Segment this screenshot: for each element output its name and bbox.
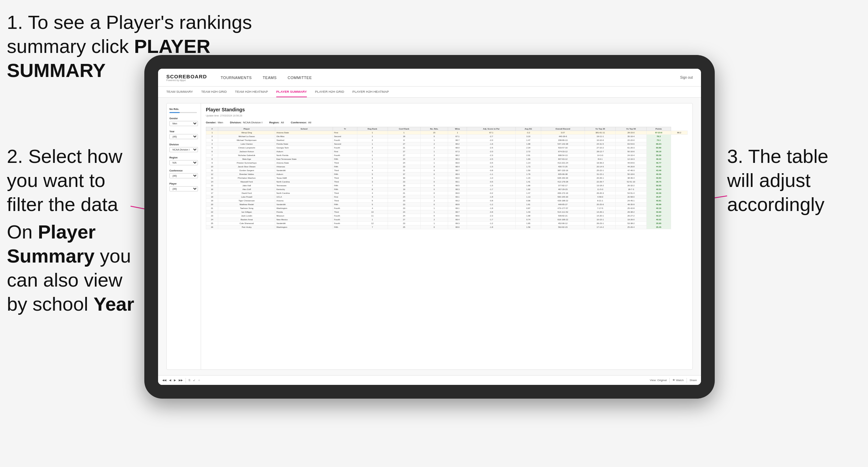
toolbar-refresh[interactable]: ○ [198,379,200,382]
table-row[interactable]: 9Preston SummerhaysArizona StateThird124… [206,161,688,165]
toolbar-view-original[interactable]: View: Original [650,379,667,382]
table-row[interactable]: 11Gordon SargentVanderbiltThird421068.7-… [206,169,688,173]
sign-out-link[interactable]: Sign out [680,76,693,79]
table-row[interactable]: 13Phichaksn MaichonTexas A&MThird630169.… [206,176,688,180]
col-adj-score: Adj. Score to Par [467,127,516,131]
toolbar-share[interactable]: Share [690,379,697,382]
cell-9-11: 20-14-5 [585,165,616,169]
cell-15-3: Fifth [333,188,357,191]
cell-23-11: 10-15-1 [585,218,616,222]
table-row[interactable]: 23Jack LundinMissouriFourth1124068.6-2.3… [206,214,688,218]
cell-24-1: Cole Sherwood [218,222,275,225]
cell-12-0: 13 [206,176,218,180]
toolbar-next[interactable]: ▶ [174,379,176,382]
cell-24-11: 26-23-1 [585,222,616,225]
cell-6-0: 7 [206,154,218,157]
cell-12-5: 30 [388,176,420,180]
cell-0-1: Wenyi Ding [218,131,275,135]
table-row[interactable]: 5Christo LamprechtGeorgia TechFourth2212… [206,146,688,150]
cell-1-8: -2.7 [467,135,516,138]
table-row[interactable]: 18Luke PowellUCLAFirst424169.1-1.81.1350… [206,195,688,199]
region-select[interactable]: N/A [169,160,198,165]
table-row[interactable]: 4Luke ClantonFlorida StateSecond127268.2… [206,142,688,146]
toolbar-watch[interactable]: 👁 Watch [672,379,683,382]
nav-teams[interactable]: TEAMS [263,76,277,80]
cell-6-11: 14-3-3 [585,154,616,157]
table-row[interactable]: 24Bastien AmatNew MexicoFourth127269.4-1… [206,218,688,222]
cell-18-13: 40.81 [646,199,671,203]
content-panel: No Rds. Gender Men Year [166,103,693,370]
table-row[interactable]: 12Brendan ValdesAuburnFifth537068.4-1.11… [206,173,688,176]
col-vs-top50: Vs Top 50 [615,127,646,131]
nav-committee[interactable]: COMMITTEE [288,76,312,80]
table-row[interactable]: 14Maxwell FordNorth CarolinaThird323069.… [206,180,688,184]
cell-4-3: Fourth [333,146,357,150]
col-no-rds: No. Rds. [420,127,448,131]
slider-track[interactable] [169,112,197,113]
table-row[interactable]: 26Petr HrubyWashingtonFifth725068.6-1.81… [206,225,688,229]
toolbar-prev[interactable]: ◀ [169,379,171,382]
table-row[interactable]: 8Mats EgeEast Tennessee StateFifth124268… [206,157,688,161]
cell-19-3: Fifth [333,203,357,207]
filter-gender-value: Men [218,121,223,124]
gender-select[interactable]: Men [169,121,198,126]
cell-22-10: 509-82-21 [541,214,585,218]
cell-2-5: 8 [388,138,420,142]
tab-player-h2h-heatmap[interactable]: PLAYER H2H HEATMAP [353,87,389,97]
cell-11-3: Fifth [333,173,357,176]
table-row[interactable]: 3Michael ThorbjornsenStanfordFourth28168… [206,138,688,142]
year-select[interactable]: (All) [169,134,198,139]
table-row[interactable]: 15Jake HallTennesseeFifth718068.5-1.51.6… [206,184,688,188]
toolbar-prev-prev[interactable]: ◀◀ [162,379,166,382]
cell-1-5: 18 [388,135,420,138]
cell-16-13: 40.36 [646,191,671,195]
nav-tournaments[interactable]: TOURNAMENTS [221,76,252,80]
toolbar-divider-3 [687,378,687,383]
table-row[interactable]: 22Ian GilliganFloridaThird1024168.7-0.81… [206,210,688,214]
cell-22-6: 0 [420,214,448,218]
table-row[interactable]: 21Taehoon SongWashingtonFourth423169.1-1… [206,207,688,210]
cell-5-11: 28-12-7 [585,150,616,154]
cell-7-9: 1.93 [516,157,541,161]
table-row[interactable]: 7Nicholas GabrelcikNorth FloridaFourth12… [206,154,688,157]
tab-team-h2h-heatmap[interactable]: TEAM H2H HEATMAP [235,87,268,97]
toolbar-download[interactable]: ↙ [193,379,196,382]
table-row[interactable]: 20Matthew RiedelVanderbiltFifth523068.8-… [206,203,688,207]
table-row[interactable]: 16Alex GoffKentuckyFifth819068.3-1.71.92… [206,188,688,191]
table-row[interactable]: 19Tiger ChristensenArizonaThird523269.2-… [206,199,688,203]
cell-13-12: 52-51-10 [615,180,646,184]
toolbar-copy[interactable]: ⎘ [189,379,190,382]
table-row[interactable]: 1Wenyi DingArizona StateFirst1115167.1-3… [206,131,688,135]
player-select[interactable]: (All) [169,186,198,191]
cell-1-10: 440-26-6 [541,135,585,138]
tab-player-h2h-grid[interactable]: PLAYER H2H GRID [315,87,344,97]
table-row[interactable]: 2Michael La SassoOle MissSecond118067.1-… [206,135,688,138]
tab-team-summary[interactable]: TEAM SUMMARY [166,87,193,97]
table-row[interactable]: 6Jackson KoivunAuburnFirst127167.3-2.02.… [206,150,688,154]
tab-player-summary[interactable]: PLAYER SUMMARY [276,87,307,97]
table-row[interactable]: 17David FordNorth CarolinaThird421069.0-… [206,191,688,195]
cell-16-8: -0.2 [467,191,516,195]
instruction-step1-text: 1. To see a Player's rankings summary cl… [7,11,252,57]
conference-select[interactable]: (All) [169,173,198,178]
toolbar-next-next[interactable]: ▶▶ [179,379,183,382]
table-row[interactable]: 10Jacob Skov OlesenArkansasFifth123068.4… [206,165,688,169]
instruction-bottom-prefix: On [7,221,38,243]
cell-21-3: Third [333,210,357,214]
cell-20-0: 21 [206,207,218,210]
cell-17-4: 4 [357,195,388,199]
cell-4-2: Georgia Tech [275,146,333,150]
cell-0-14: 88.2 [671,131,687,135]
cell-24-5: 23 [388,222,420,225]
cell-5-8: -2.0 [467,150,516,154]
cell-18-10: 429-198-22 [541,199,585,203]
filter-region-label: Region: [269,121,279,124]
cell-10-12: 47-40-3 [615,169,646,173]
cell-21-5: 24 [388,210,420,214]
cell-14-13: 50.55 [646,184,671,188]
tab-team-h2h-grid[interactable]: TEAM H2H GRID [201,87,226,97]
division-select[interactable]: NCAA Division I [169,147,198,152]
app-header: SCOREBOARD Powered by dippd TOURNAMENTS … [158,69,701,87]
table-row[interactable]: 25Cole SherwoodVanderbiltFourth1223169.3… [206,222,688,225]
cell-10-0: 11 [206,169,218,173]
